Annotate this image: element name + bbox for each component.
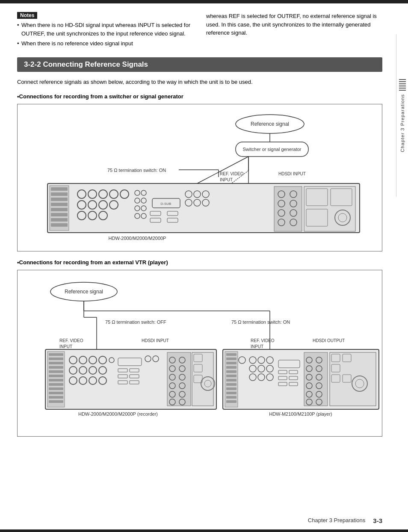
svg-text:INPUT: INPUT bbox=[251, 344, 263, 349]
svg-rect-98 bbox=[49, 383, 63, 386]
right-sidebar: Chapter 3 Preparations bbox=[396, 34, 408, 197]
sidebar-lines bbox=[399, 79, 406, 91]
top-bar bbox=[0, 0, 408, 3]
diagram2-svg: Reference signal 75 Ω termination switch… bbox=[22, 275, 381, 431]
svg-rect-20 bbox=[51, 213, 68, 216]
diagram1-svg: Reference signal Switcher or signal gene… bbox=[22, 109, 381, 245]
svg-rect-17 bbox=[51, 198, 68, 201]
main-content: Notes When there is no HD-SDI signal inp… bbox=[0, 3, 408, 453]
svg-text:HDSDI OUTPUT: HDSDI OUTPUT bbox=[313, 338, 345, 343]
page-footer: Chapter 3 Preparations 3-3 bbox=[0, 517, 408, 524]
svg-rect-19 bbox=[51, 208, 68, 211]
svg-rect-155 bbox=[226, 387, 237, 390]
svg-rect-151 bbox=[226, 370, 237, 373]
svg-rect-102 bbox=[49, 400, 63, 403]
svg-rect-18 bbox=[51, 203, 68, 206]
svg-text:REF. VIDEO: REF. VIDEO bbox=[251, 338, 275, 343]
svg-rect-22 bbox=[51, 223, 68, 227]
svg-rect-93 bbox=[49, 362, 63, 364]
svg-rect-100 bbox=[49, 392, 63, 394]
notes-left: Notes When there is no HD-SDI signal inp… bbox=[17, 12, 193, 50]
svg-rect-92 bbox=[49, 358, 63, 360]
section-intro: Connect reference signals as shown below… bbox=[17, 78, 382, 87]
notes-label: Notes bbox=[17, 12, 37, 19]
svg-text:HDW-2000/M2000/M2000P: HDW-2000/M2000/M2000P bbox=[109, 236, 166, 241]
page: Chapter 3 Preparations Notes When there … bbox=[0, 0, 408, 532]
svg-text:75 Ω termination switch: ON: 75 Ω termination switch: ON bbox=[231, 319, 290, 325]
svg-rect-150 bbox=[226, 366, 237, 369]
diagram1-title: •Connections for recording from a switch… bbox=[17, 93, 382, 100]
svg-text:75 Ω termination switch: OFF: 75 Ω termination switch: OFF bbox=[105, 319, 166, 325]
svg-text:REF. VIDEO: REF. VIDEO bbox=[59, 338, 83, 343]
svg-rect-94 bbox=[49, 366, 63, 369]
svg-rect-158 bbox=[226, 400, 237, 403]
notes-section: Notes When there is no HD-SDI signal inp… bbox=[17, 12, 382, 50]
svg-rect-21 bbox=[51, 218, 68, 222]
svg-rect-153 bbox=[226, 379, 237, 381]
svg-rect-147 bbox=[226, 353, 237, 356]
footer-page-num: 3-3 bbox=[373, 517, 382, 524]
notes-list: When there is no HD-SDI signal input whe… bbox=[17, 21, 193, 48]
svg-text:Reference signal: Reference signal bbox=[251, 121, 289, 127]
svg-rect-91 bbox=[49, 353, 63, 356]
svg-rect-99 bbox=[49, 387, 63, 390]
notes-item-2: When there is no reference video signal … bbox=[17, 39, 193, 48]
svg-text:HDW-M2100/M2100P (player): HDW-M2100/M2100P (player) bbox=[269, 411, 332, 417]
notes-item-1: When there is no HD-SDI signal input whe… bbox=[17, 21, 193, 38]
svg-text:Switcher or signal generator: Switcher or signal generator bbox=[243, 147, 302, 152]
svg-rect-154 bbox=[226, 383, 237, 386]
svg-rect-157 bbox=[226, 396, 237, 399]
svg-text:Reference signal: Reference signal bbox=[65, 289, 103, 295]
section-header: 3-2-2 Connecting Reference Signals bbox=[17, 57, 382, 72]
diagram2-title: •Connections for recording from an exter… bbox=[17, 259, 382, 266]
svg-text:REF. VIDEO: REF. VIDEO bbox=[220, 171, 244, 176]
svg-text:D-SUB: D-SUB bbox=[161, 202, 171, 206]
footer-chapter: Chapter 3 Preparations bbox=[308, 517, 365, 524]
diagram2-box: Reference signal 75 Ω termination switch… bbox=[17, 270, 382, 437]
svg-text:HDW-2000/M2000/M2000P (recorde: HDW-2000/M2000/M2000P (recorder) bbox=[78, 411, 158, 417]
svg-rect-15 bbox=[51, 187, 68, 191]
svg-rect-95 bbox=[49, 370, 63, 373]
svg-rect-97 bbox=[49, 379, 63, 381]
sidebar-label: Chapter 3 Preparations bbox=[400, 94, 405, 152]
svg-text:INPUT: INPUT bbox=[59, 344, 72, 349]
svg-rect-156 bbox=[226, 392, 237, 394]
svg-rect-149 bbox=[226, 362, 237, 364]
diagram1-box: Reference signal Switcher or signal gene… bbox=[17, 104, 382, 251]
notes-right: whereas REF is selected for OUTREF, no e… bbox=[206, 12, 382, 50]
svg-rect-101 bbox=[49, 396, 63, 399]
svg-rect-148 bbox=[226, 358, 237, 360]
svg-rect-96 bbox=[49, 375, 63, 377]
bottom-bar bbox=[0, 529, 408, 532]
svg-text:HDSDI INPUT: HDSDI INPUT bbox=[278, 171, 306, 176]
svg-text:75 Ω termination switch: ON: 75 Ω termination switch: ON bbox=[107, 168, 166, 173]
svg-text:INPUT: INPUT bbox=[220, 177, 233, 182]
svg-rect-152 bbox=[226, 375, 237, 377]
svg-text:HDSDI INPUT: HDSDI INPUT bbox=[142, 338, 169, 343]
svg-rect-16 bbox=[51, 192, 68, 196]
svg-rect-189 bbox=[330, 352, 376, 406]
